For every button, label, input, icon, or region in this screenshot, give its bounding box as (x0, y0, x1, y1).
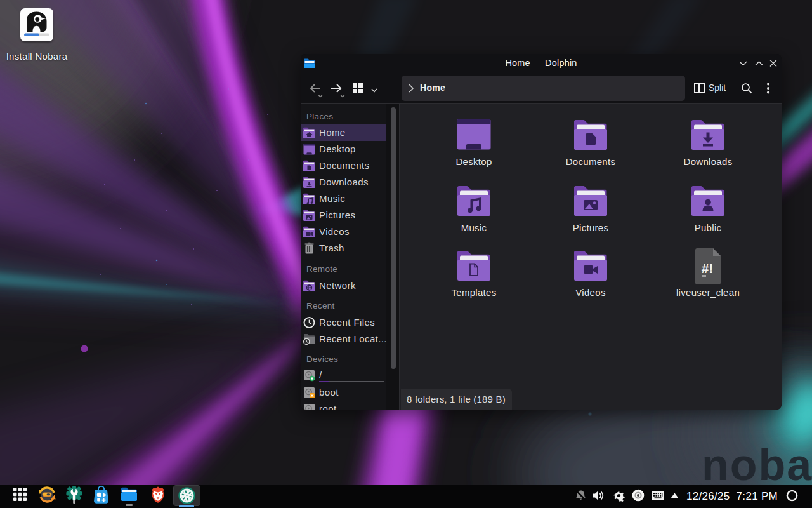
svg-text:nobara: nobara (702, 440, 812, 490)
svg-text:#!: #! (702, 261, 714, 276)
